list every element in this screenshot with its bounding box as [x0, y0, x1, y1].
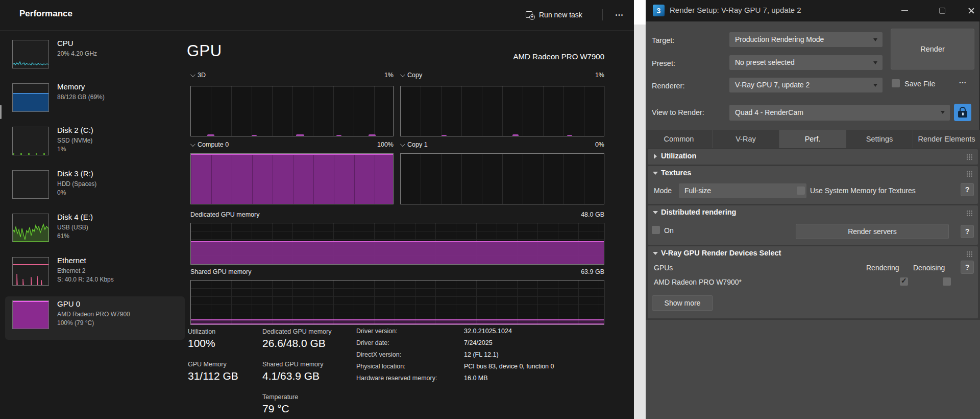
use-system-memory-checkbox[interactable]: [797, 187, 805, 195]
memory-graph-name: Shared GPU memory: [190, 268, 251, 275]
triangle-right-icon: [654, 154, 657, 159]
maximize-button[interactable]: [935, 3, 950, 18]
view-to-render-dropdown[interactable]: Quad 4 - RenderCam: [729, 105, 950, 121]
chevron-down-icon[interactable]: [400, 142, 405, 147]
item-line2: 20% 4.20 GHz: [57, 50, 97, 58]
item-title: Memory: [57, 82, 85, 91]
render-button[interactable]: Render: [891, 29, 974, 69]
help-button[interactable]: ?: [961, 225, 974, 238]
preset-dropdown[interactable]: No preset selected: [729, 55, 883, 70]
gpu-engine-chart-compute0: [190, 153, 394, 204]
drag-grip-icon[interactable]: [966, 210, 973, 217]
triangle-down-icon: [653, 211, 658, 214]
sidebar-item-cpu[interactable]: CPU 20% 4.20 GHz: [5, 36, 185, 79]
item-line3: S: 40.0 R: 24.0 Kbps: [57, 275, 114, 284]
renderer-dropdown[interactable]: V-Ray GPU 7, update 2: [729, 78, 883, 92]
triangle-down-icon: [653, 172, 658, 175]
save-file-checkbox[interactable]: [892, 79, 900, 87]
preset-label: Preset:: [652, 59, 675, 67]
empty-panel-area: [646, 320, 980, 419]
sidebar-item-disk4[interactable]: Disk 4 (E:) USB (USB) 61%: [5, 210, 185, 253]
gpu-engine-chart-copy1: [400, 153, 604, 204]
item-title: Disk 3 (R:): [57, 169, 93, 178]
show-more-button[interactable]: Show more: [652, 295, 713, 311]
help-button[interactable]: ?: [961, 261, 974, 274]
texture-mode-dropdown[interactable]: Full-size: [679, 183, 806, 198]
tab-render-elements[interactable]: Render Elements: [913, 130, 980, 148]
minimize-button[interactable]: [897, 3, 912, 18]
render-servers-button[interactable]: Render servers: [796, 224, 949, 239]
more-options-button[interactable]: •••: [608, 7, 631, 23]
gpu-engine-chart-3d: [190, 86, 394, 136]
header-divider: [602, 9, 603, 20]
item-line2: USB (USB): [57, 223, 88, 232]
distributed-on-checkbox[interactable]: [652, 226, 660, 234]
item-line3: 1%: [57, 145, 66, 154]
ethernet-mini-graph: [12, 257, 49, 286]
stat-label: Temperature: [262, 393, 298, 401]
engine-value: 1%: [595, 72, 604, 79]
drag-grip-icon[interactable]: [966, 251, 973, 258]
drag-grip-icon[interactable]: [966, 154, 973, 160]
tab-common[interactable]: Common: [646, 130, 713, 148]
section-distributed-rendering: Distributed rendering On Render servers …: [648, 205, 978, 245]
target-dropdown[interactable]: Production Rendering Mode: [729, 32, 883, 47]
triangle-down-icon: [653, 252, 658, 255]
use-system-memory-label: Use System Memory for Textures: [810, 187, 916, 195]
chevron-down-icon[interactable]: [400, 72, 405, 77]
nav-selection-indicator: [0, 105, 2, 119]
disk4-mini-graph: [12, 214, 49, 242]
device-denoising-checkbox[interactable]: [943, 277, 951, 286]
stat-label: Utilization: [188, 328, 215, 335]
tab-perf[interactable]: Perf.: [779, 130, 846, 148]
chevron-down-icon[interactable]: [190, 142, 195, 147]
engine-value: 100%: [377, 141, 394, 148]
memory-graph-name: Dedicated GPU memory: [190, 211, 259, 218]
stat-value: 100%: [188, 337, 215, 350]
item-title: Disk 2 (C:): [57, 126, 93, 134]
disk3-mini-graph: [12, 170, 49, 199]
titlebar[interactable]: 3 Render Setup: V-Ray GPU 7, update 2: [646, 0, 980, 21]
render-setup-tabs: Common V-Ray Perf. Settings Render Eleme…: [646, 130, 980, 148]
item-line3: 61%: [57, 232, 69, 241]
gpu-engine-chart-copy: [400, 86, 604, 136]
tab-vray[interactable]: V-Ray: [713, 130, 779, 148]
sidebar-item-disk2[interactable]: Disk 2 (C:) SSD (NVMe) 1%: [5, 123, 185, 166]
close-button[interactable]: [964, 3, 979, 18]
section-header-devices[interactable]: V-Ray GPU Render Devices Select: [648, 246, 978, 261]
section-header-distributed[interactable]: Distributed rendering: [648, 205, 978, 220]
section-gpu-devices: V-Ray GPU Render Devices Select GPUs Ren…: [648, 246, 978, 318]
view-lock-button[interactable]: [954, 104, 971, 121]
detail-row: Hardware reserved memory:16.0 MB: [356, 375, 554, 386]
engine-name: Compute 0: [198, 141, 229, 148]
drag-grip-icon[interactable]: [966, 171, 973, 177]
stat-label: Dedicated GPU memory: [262, 328, 331, 335]
stat-label: Shared GPU memory: [262, 361, 323, 368]
engine-value: 1%: [384, 72, 394, 79]
sidebar-item-memory[interactable]: Memory 88/128 GB (69%): [5, 79, 185, 123]
cpu-mini-graph: [12, 40, 49, 68]
run-new-task-button[interactable]: + Run new task: [522, 7, 586, 23]
section-header-textures[interactable]: Textures: [648, 166, 978, 180]
sidebar-item-disk3[interactable]: Disk 3 (R:) HDD (Spaces) 0%: [5, 166, 185, 210]
detail-row: Driver date:7/24/2025: [356, 339, 554, 351]
engine-name: 3D: [198, 72, 206, 79]
section-header-utilization[interactable]: Utilization: [648, 149, 978, 164]
sidebar-item-gpu0[interactable]: GPU 0 AMD Radeon PRO W7900 100% (79 °C): [5, 296, 185, 340]
3dsmax-logo-icon: 3: [653, 5, 665, 16]
perf-tab-content: Utilization Textures Mode Full-size Use …: [646, 148, 980, 419]
gpu-detail-panel: GPU AMD Radeon PRO W7900 3D 1% Copy 1% C…: [187, 37, 604, 419]
render-setup-window: 3 Render Setup: V-Ray GPU 7, update 2 Ta…: [646, 0, 980, 419]
gpus-label: GPUs: [654, 264, 673, 272]
sidebar-item-ethernet[interactable]: Ethernet Ethernet 2 S: 40.0 R: 24.0 Kbps: [5, 253, 185, 296]
detail-row: Driver version:32.0.21025.1024: [356, 328, 554, 339]
screen: Performance + Run new task ••• CPU 20% 4…: [0, 0, 980, 419]
help-button[interactable]: ?: [961, 183, 974, 196]
tab-settings[interactable]: Settings: [846, 130, 913, 148]
dedicated-memory-chart: [190, 223, 604, 265]
chevron-down-icon[interactable]: [190, 72, 195, 77]
close-icon: [968, 7, 975, 14]
render-output-ellipsis-button[interactable]: ...: [959, 77, 967, 85]
device-rendering-checkbox[interactable]: [900, 277, 908, 286]
renderer-label: Renderer:: [652, 82, 684, 90]
